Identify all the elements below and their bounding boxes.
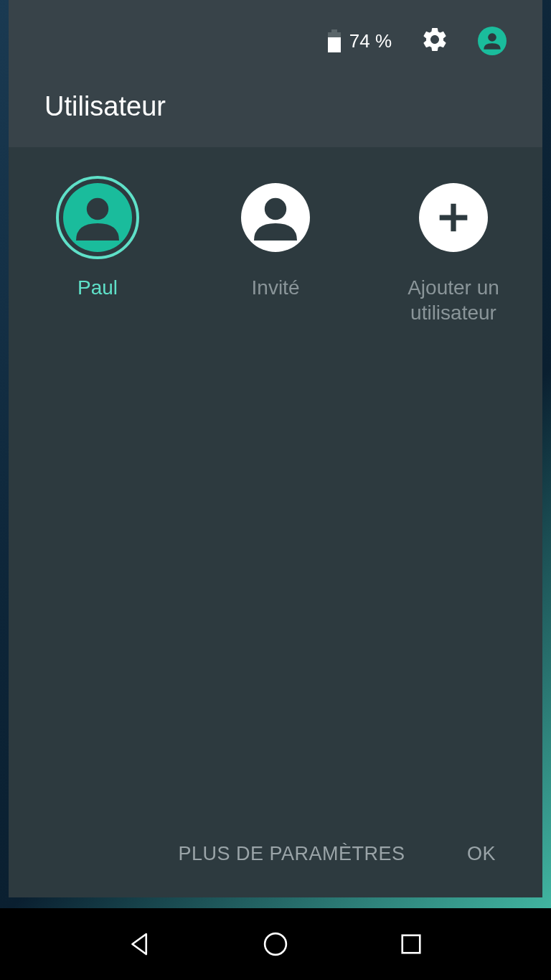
svg-point-3 (265, 933, 286, 955)
user-avatar-ring (56, 176, 139, 259)
panel-header: 74 % Utilisateur (9, 0, 542, 147)
user-paul[interactable]: Paul (19, 176, 176, 325)
svg-point-2 (265, 198, 286, 220)
user-grid: Paul Invité Ajouter (9, 147, 542, 325)
user-label: Paul (77, 275, 118, 300)
user-label: Ajouter un utilisateur (375, 275, 532, 325)
person-icon (241, 183, 310, 252)
settings-icon[interactable] (420, 25, 449, 57)
user-avatar-ring (412, 176, 495, 259)
add-user-button[interactable]: Ajouter un utilisateur (375, 176, 532, 325)
person-icon (63, 183, 132, 252)
user-switcher-panel: 74 % Utilisateur (9, 0, 542, 897)
user-label: Invité (252, 275, 300, 300)
footer-actions: PLUS DE PARAMÈTRES OK (9, 821, 542, 897)
svg-rect-4 (402, 935, 420, 953)
plus-icon (419, 183, 488, 252)
navigation-bar (0, 908, 551, 980)
more-settings-button[interactable]: PLUS DE PARAMÈTRES (44, 843, 467, 865)
user-avatar-ring (234, 176, 317, 259)
status-row: 74 % (9, 0, 542, 77)
nav-home-button[interactable] (258, 927, 293, 961)
page-title: Utilisateur (9, 77, 542, 147)
battery-icon (328, 29, 341, 52)
user-account-icon[interactable] (478, 27, 507, 55)
ok-button[interactable]: OK (467, 843, 507, 865)
svg-point-1 (87, 198, 108, 220)
svg-point-0 (488, 33, 496, 42)
battery-percent-label: 74 % (349, 30, 392, 52)
nav-back-button[interactable] (123, 927, 157, 961)
battery-indicator: 74 % (328, 29, 392, 52)
user-guest[interactable]: Invité (197, 176, 354, 325)
nav-recent-button[interactable] (394, 927, 428, 961)
